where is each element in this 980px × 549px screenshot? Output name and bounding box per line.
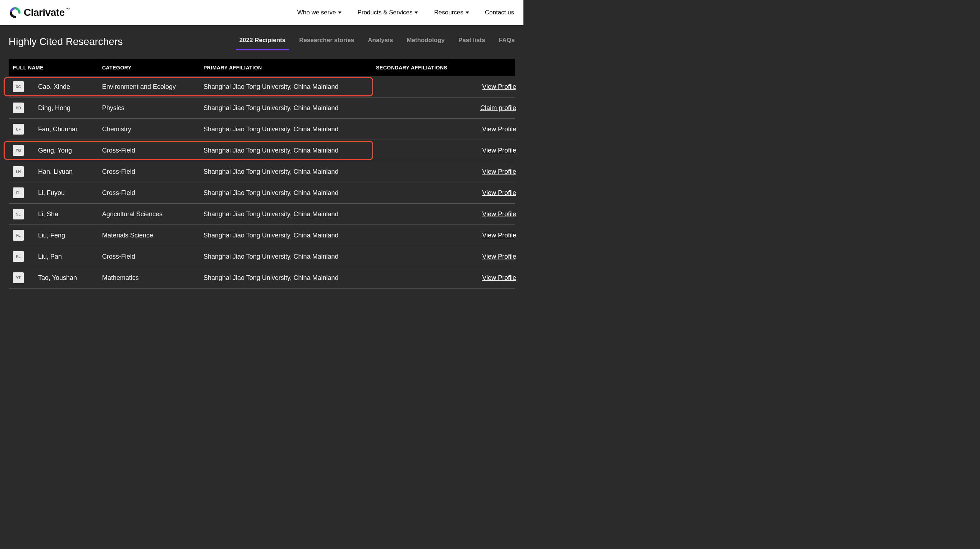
researcher-name[interactable]: Liu, Pan: [38, 253, 102, 260]
researcher-category: Cross-Field: [102, 147, 204, 154]
view-profile-link[interactable]: View Profile: [482, 126, 516, 133]
primary-affiliation: Shanghai Jiao Tong University, China Mai…: [204, 253, 376, 260]
view-profile-link[interactable]: View Profile: [482, 189, 516, 196]
view-profile-link[interactable]: View Profile: [482, 83, 516, 90]
primary-affiliation: Shanghai Jiao Tong University, China Mai…: [204, 189, 376, 197]
brand-logo[interactable]: Clarivate™: [10, 7, 65, 18]
tab-methodology[interactable]: Methodology: [407, 37, 445, 50]
researcher-category: Chemistry: [102, 126, 204, 133]
initials-badge: FL: [13, 230, 24, 241]
primary-affiliation: Shanghai Jiao Tong University, China Mai…: [204, 168, 376, 176]
nav-label: Who we serve: [297, 9, 336, 16]
researcher-category: Environment and Ecology: [102, 83, 204, 91]
global-nav: Who we serve Products & Services Resourc…: [297, 9, 514, 16]
primary-affiliation: Shanghai Jiao Tong University, China Mai…: [204, 211, 376, 218]
table-row: SLLi, ShaAgricultural SciencesShanghai J…: [9, 204, 515, 225]
nav-products-services[interactable]: Products & Services: [357, 9, 418, 16]
primary-affiliation: Shanghai Jiao Tong University, China Mai…: [204, 147, 376, 154]
chevron-down-icon: [338, 11, 342, 14]
table-row: PLLiu, PanCross-FieldShanghai Jiao Tong …: [9, 246, 515, 267]
tab-2022-recipients[interactable]: 2022 Recipients: [239, 37, 286, 50]
initials-badge: FL: [13, 187, 24, 198]
primary-affiliation: Shanghai Jiao Tong University, China Mai…: [204, 126, 376, 133]
table-row: YGGeng, YongCross-FieldShanghai Jiao Ton…: [9, 140, 515, 161]
nav-label: Products & Services: [357, 9, 412, 16]
researchers-table: FULL NAME CATEGORY PRIMARY AFFILIATION S…: [0, 50, 523, 289]
table-row: HDDing, HongPhysicsShanghai Jiao Tong Un…: [9, 97, 515, 119]
tab-faqs[interactable]: FAQs: [499, 37, 515, 50]
initials-badge: XC: [13, 81, 24, 92]
tab-researcher-stories[interactable]: Researcher stories: [299, 37, 354, 50]
table-row: CFFan, ChunhaiChemistryShanghai Jiao Ton…: [9, 119, 515, 140]
researcher-name[interactable]: Han, Liyuan: [38, 168, 102, 176]
nav-resources[interactable]: Resources: [434, 9, 469, 16]
initials-badge: CF: [13, 124, 24, 134]
nav-who-we-serve[interactable]: Who we serve: [297, 9, 342, 16]
initials-badge: HD: [13, 102, 24, 113]
global-header: Clarivate™ Who we serve Products & Servi…: [0, 0, 523, 25]
page-header: Highly Cited Researchers 2022 Recipients…: [0, 25, 523, 50]
table-header-row: FULL NAME CATEGORY PRIMARY AFFILIATION S…: [9, 59, 515, 76]
chevron-down-icon: [466, 11, 469, 14]
researcher-name[interactable]: Li, Fuyou: [38, 189, 102, 197]
col-primary-aff[interactable]: PRIMARY AFFILIATION: [204, 65, 376, 70]
tab-past-lists[interactable]: Past lists: [458, 37, 485, 50]
view-profile-link[interactable]: View Profile: [482, 274, 516, 281]
col-secondary-aff[interactable]: SECONDARY AFFILIATIONS: [376, 65, 473, 70]
researcher-category: Physics: [102, 104, 204, 112]
initials-badge: YT: [13, 272, 24, 283]
table-row: YTTao, YoushanMathematicsShanghai Jiao T…: [9, 267, 515, 289]
nav-label: Contact us: [485, 9, 514, 16]
primary-affiliation: Shanghai Jiao Tong University, China Mai…: [204, 232, 376, 239]
initials-badge: LH: [13, 166, 24, 177]
researcher-category: Cross-Field: [102, 253, 204, 260]
view-profile-link[interactable]: View Profile: [482, 253, 516, 260]
initials-badge: PL: [13, 251, 24, 262]
researcher-name[interactable]: Liu, Feng: [38, 232, 102, 239]
researcher-category: Mathematics: [102, 274, 204, 282]
col-category[interactable]: CATEGORY: [102, 65, 204, 70]
researcher-name[interactable]: Tao, Youshan: [38, 274, 102, 282]
researcher-category: Cross-Field: [102, 189, 204, 197]
chevron-down-icon: [415, 11, 418, 14]
primary-affiliation: Shanghai Jiao Tong University, China Mai…: [204, 274, 376, 282]
researcher-name[interactable]: Ding, Hong: [38, 104, 102, 112]
claim-profile-link[interactable]: Claim profile: [480, 104, 516, 112]
researcher-category: Materials Science: [102, 232, 204, 239]
table-row: FLLiu, FengMaterials ScienceShanghai Jia…: [9, 225, 515, 246]
table-row: FLLi, FuyouCross-FieldShanghai Jiao Tong…: [9, 182, 515, 204]
tab-analysis[interactable]: Analysis: [368, 37, 393, 50]
initials-badge: YG: [13, 145, 24, 156]
view-profile-link[interactable]: View Profile: [482, 168, 516, 175]
view-profile-link[interactable]: View Profile: [482, 147, 516, 154]
table-body: XCCao, XindeEnvironment and EcologyShang…: [9, 76, 515, 289]
brand-name: Clarivate™: [24, 7, 65, 18]
researcher-name[interactable]: Geng, Yong: [38, 147, 102, 154]
clarivate-logo-icon: [10, 7, 21, 18]
researcher-category: Agricultural Sciences: [102, 211, 204, 218]
nav-contact-us[interactable]: Contact us: [485, 9, 514, 16]
primary-affiliation: Shanghai Jiao Tong University, China Mai…: [204, 104, 376, 112]
table-row: LHHan, LiyuanCross-FieldShanghai Jiao To…: [9, 161, 515, 182]
initials-badge: SL: [13, 209, 24, 219]
table-row: XCCao, XindeEnvironment and EcologyShang…: [9, 76, 515, 97]
researcher-name[interactable]: Li, Sha: [38, 211, 102, 218]
col-full-name[interactable]: FULL NAME: [13, 65, 102, 70]
researcher-name[interactable]: Cao, Xinde: [38, 83, 102, 91]
primary-affiliation: Shanghai Jiao Tong University, China Mai…: [204, 83, 376, 91]
researcher-name[interactable]: Fan, Chunhai: [38, 126, 102, 133]
nav-label: Resources: [434, 9, 463, 16]
view-profile-link[interactable]: View Profile: [482, 232, 516, 239]
view-profile-link[interactable]: View Profile: [482, 211, 516, 218]
researcher-category: Cross-Field: [102, 168, 204, 176]
page-title: Highly Cited Researchers: [9, 36, 123, 48]
tab-nav: 2022 Recipients Researcher stories Analy…: [239, 33, 515, 50]
